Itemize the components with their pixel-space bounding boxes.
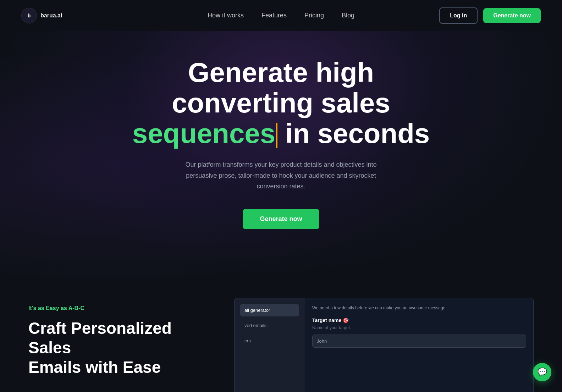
hero-title-line1: Generate high [188, 57, 374, 88]
login-button[interactable]: Log in [439, 7, 478, 24]
nav-link-how-it-works[interactable]: How it works [208, 12, 244, 19]
hero-title-in-seconds: in seconds [285, 118, 430, 149]
preview-header-text: We need a few details before we can make… [312, 305, 526, 310]
preview-input[interactable]: John [312, 335, 526, 348]
preview-field-hint: Name of your target. [312, 325, 526, 330]
craft-title: Craft Personalized Sales Emails with Eas… [28, 319, 213, 377]
nav-link-blog[interactable]: Blog [342, 12, 354, 19]
preview-field-label: Target name 🎯 [312, 318, 526, 323]
sidebar-item-1[interactable]: ved emails [240, 319, 299, 332]
app-preview: ail generator ved emails ers We need a f… [234, 298, 534, 392]
hero-title: Generate high converting sales sequences… [132, 57, 430, 149]
sidebar-active-item[interactable]: ail generator [240, 304, 299, 316]
hero-title-green: sequences [132, 118, 275, 149]
craft-title-line1: Craft Personalized Sales [28, 319, 172, 357]
hero-title-line2: converting sales [172, 87, 390, 118]
logo-initial: b [28, 13, 31, 18]
logo-text: barua.ai [40, 12, 62, 19]
craft-title-line2: Emails with Ease [28, 358, 161, 376]
preview-main: We need a few details before we can make… [305, 298, 534, 392]
lower-left-text: It's as Easy as A-B-C Craft Personalized… [28, 298, 213, 377]
logo-icon: b [21, 8, 37, 23]
navbar: b barua.ai How it works Features Pricing… [0, 0, 562, 31]
logo[interactable]: b barua.ai [21, 8, 62, 23]
lower-section: It's as Easy as A-B-C Craft Personalized… [0, 277, 562, 392]
generate-hero-button[interactable]: Generate now [243, 209, 319, 229]
navbar-actions: Log in Generate now [439, 7, 541, 24]
nav-links: How it works Features Pricing Blog [208, 12, 354, 19]
chat-bubble[interactable]: 💬 [533, 363, 551, 381]
cursor-blink [276, 123, 277, 148]
nav-link-pricing[interactable]: Pricing [304, 12, 324, 19]
sidebar-item-2[interactable]: ers [240, 335, 299, 347]
preview-sidebar: ail generator ved emails ers [234, 298, 305, 392]
generate-nav-button[interactable]: Generate now [483, 8, 541, 23]
easy-label: It's as Easy as A-B-C [28, 305, 213, 311]
hero-section: Generate high converting sales sequences… [0, 0, 562, 277]
nav-link-features[interactable]: Features [261, 12, 287, 19]
chat-icon: 💬 [538, 368, 547, 377]
hero-subtitle: Our platform transforms your key product… [182, 159, 380, 192]
